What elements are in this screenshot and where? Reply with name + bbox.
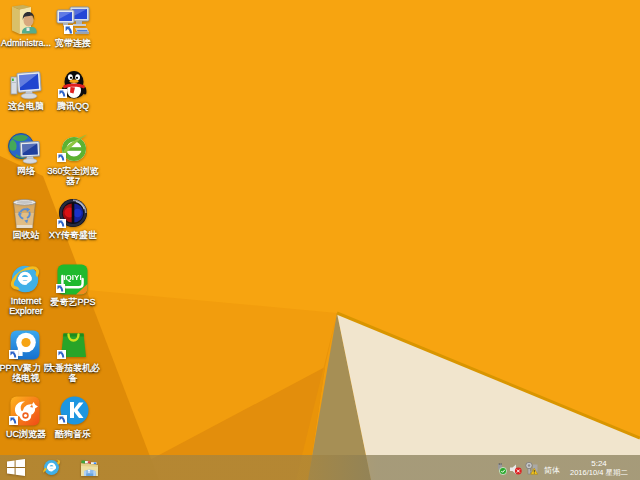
- svg-text:iQIYI: iQIYI: [63, 273, 81, 282]
